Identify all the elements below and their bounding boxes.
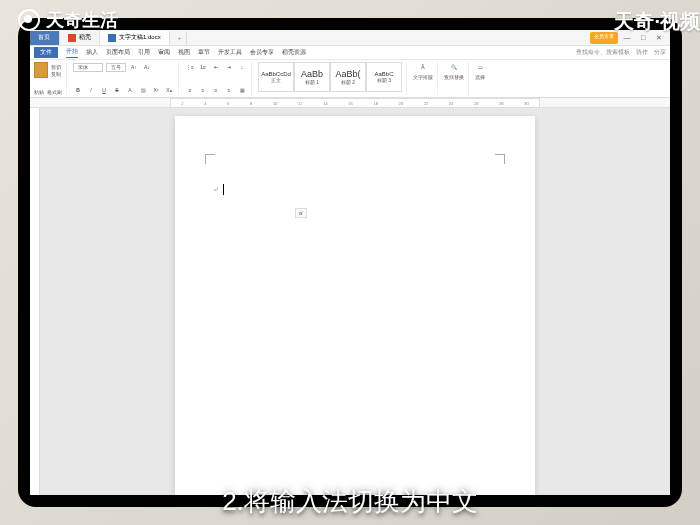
style-name: 标题 3 xyxy=(377,77,391,83)
doc-icon xyxy=(108,34,116,42)
indent-right-icon[interactable]: ⇥ xyxy=(224,62,234,72)
cut-button[interactable]: 剪切 xyxy=(51,64,61,70)
style-h1[interactable]: AaBb 标题 1 xyxy=(294,62,330,92)
menu-layout[interactable]: 页面布局 xyxy=(106,48,130,57)
menu-resource[interactable]: 稻壳资源 xyxy=(282,48,306,57)
paste-icon[interactable] xyxy=(34,62,48,78)
coop-button[interactable]: 协作 xyxy=(636,48,648,57)
share-button[interactable]: 分享 xyxy=(654,48,666,57)
strike-button[interactable]: S xyxy=(112,85,122,95)
text-layout-label: 文字排版 xyxy=(413,74,433,80)
align-justify-icon[interactable]: ≡ xyxy=(224,85,234,95)
menubar: 文件 开始 插入 页面布局 引用 审阅 视图 章节 开发工具 会员专享 稻壳资源… xyxy=(30,46,670,60)
text-layout-icon[interactable]: Ā xyxy=(418,62,428,72)
style-preview: AaBb( xyxy=(335,69,360,79)
menu-review[interactable]: 审阅 xyxy=(158,48,170,57)
underline-button[interactable]: U xyxy=(99,85,109,95)
number-list-icon[interactable]: 1≡ xyxy=(198,62,208,72)
text-cursor xyxy=(223,184,224,195)
ribbon-find: 🔍 查找替换 xyxy=(444,62,469,95)
ribbon-styles: AaBbCcDd 正文 AaBb 标题 1 AaBb( 标题 2 AaBbC 标… xyxy=(258,62,407,95)
italic-button[interactable]: I xyxy=(86,85,96,95)
menu-insert[interactable]: 插入 xyxy=(86,48,98,57)
align-left-icon[interactable]: ≡ xyxy=(185,85,195,95)
ribbon-editing: Ā 文字排版 xyxy=(413,62,438,95)
paste-label: 粘贴 xyxy=(34,89,44,95)
menu-section[interactable]: 章节 xyxy=(198,48,210,57)
ribbon-paragraph: ⋮≡ 1≡ ⇤ ⇥ ↕ ≡ ≡ ≡ ≡ ▦ xyxy=(185,62,252,95)
style-h2[interactable]: AaBb( 标题 2 xyxy=(330,62,366,92)
canvas-area[interactable]: ⤶ a' xyxy=(40,108,670,495)
indent-left-icon[interactable]: ⇤ xyxy=(211,62,221,72)
superscript-icon[interactable]: X² xyxy=(151,85,161,95)
ribbon-clipboard: 剪切 复制 粘贴 格式刷 xyxy=(34,62,67,95)
style-name: 标题 2 xyxy=(341,79,355,85)
workspace: ⤶ a' xyxy=(30,108,670,495)
tab-document[interactable]: 文字文稿1.docx xyxy=(100,31,170,45)
menubar-right: 查找命令、搜索模板 协作 分享 xyxy=(576,48,666,57)
daoker-icon xyxy=(68,34,76,42)
cursor-area[interactable]: ⤶ xyxy=(213,184,224,195)
style-name: 标题 1 xyxy=(305,79,319,85)
tab-add[interactable]: + xyxy=(170,31,187,45)
document-page[interactable]: ⤶ a' xyxy=(175,116,535,495)
font-size-select[interactable]: 五号 xyxy=(106,63,126,72)
watermark-top-right: 天奇·视频 xyxy=(614,8,700,35)
grow-font-icon[interactable]: A↑ xyxy=(129,62,139,72)
paragraph-mark-icon: ⤶ xyxy=(213,186,219,194)
watermark-text: 天奇生活 xyxy=(46,8,118,32)
copy-button[interactable]: 复制 xyxy=(51,71,61,77)
menu-devtools[interactable]: 开发工具 xyxy=(218,48,242,57)
logo-icon xyxy=(18,9,40,31)
video-subtitle: 2.将输入法切换为中文 xyxy=(222,484,478,519)
tab-label: 稻壳 xyxy=(79,33,91,42)
ribbon-select: ▭ 选择 xyxy=(475,62,489,95)
shrink-font-icon[interactable]: A↓ xyxy=(142,62,152,72)
menu-member[interactable]: 会员专享 xyxy=(250,48,274,57)
bullet-list-icon[interactable]: ⋮≡ xyxy=(185,62,195,72)
ribbon: 剪切 复制 粘贴 格式刷 宋体 五号 A↑ A↓ B I xyxy=(30,60,670,98)
screen: 首页 稻壳 文字文稿1.docx + 会员专享 — □ ✕ 文件 开始 插入 页… xyxy=(30,30,670,495)
align-right-icon[interactable]: ≡ xyxy=(211,85,221,95)
margin-corner-tl xyxy=(205,154,215,164)
select-icon[interactable]: ▭ xyxy=(475,62,485,72)
style-h3[interactable]: AaBbC 标题 3 xyxy=(366,62,402,92)
tab-daoker[interactable]: 稻壳 xyxy=(60,31,100,45)
menu-file[interactable]: 文件 xyxy=(34,47,58,58)
subscript-icon[interactable]: X₂ xyxy=(164,85,174,95)
menu-reference[interactable]: 引用 xyxy=(138,48,150,57)
font-color-icon[interactable]: A xyxy=(125,85,135,95)
titlebar: 首页 稻壳 文字文稿1.docx + 会员专享 — □ ✕ xyxy=(30,30,670,46)
menu-start[interactable]: 开始 xyxy=(66,47,78,58)
watermark-top-left: 天奇生活 xyxy=(18,8,118,32)
ime-candidate-box[interactable]: a' xyxy=(295,208,307,218)
tab-home[interactable]: 首页 xyxy=(30,31,60,45)
font-name-select[interactable]: 宋体 xyxy=(73,63,103,72)
search-icon[interactable]: 🔍 xyxy=(449,62,459,72)
format-painter[interactable]: 格式刷 xyxy=(47,89,62,95)
border-icon[interactable]: ▦ xyxy=(237,85,247,95)
bold-button[interactable]: B xyxy=(73,85,83,95)
margin-corner-tr xyxy=(495,154,505,164)
search-hint[interactable]: 查找命令、搜索模板 xyxy=(576,48,630,57)
style-preview: AaBb xyxy=(301,69,323,79)
tab-label: 文字文稿1.docx xyxy=(119,33,161,42)
align-center-icon[interactable]: ≡ xyxy=(198,85,208,95)
highlight-icon[interactable]: ▨ xyxy=(138,85,148,95)
style-normal[interactable]: AaBbCcDd 正文 xyxy=(258,62,294,92)
ruler-marks: 246 81012 141618 202224 262830 xyxy=(170,98,540,108)
ribbon-font: 宋体 五号 A↑ A↓ B I U S A ▨ X² X₂ xyxy=(73,62,179,95)
style-name: 正文 xyxy=(271,77,281,83)
find-label: 查找替换 xyxy=(444,74,464,80)
line-spacing-icon[interactable]: ↕ xyxy=(237,62,247,72)
monitor-frame: 首页 稻壳 文字文稿1.docx + 会员专享 — □ ✕ 文件 开始 插入 页… xyxy=(18,18,682,507)
menu-view[interactable]: 视图 xyxy=(178,48,190,57)
select-label: 选择 xyxy=(475,74,485,80)
ruler-vertical[interactable] xyxy=(30,108,40,495)
ruler-horizontal[interactable]: 246 81012 141618 202224 262830 xyxy=(30,98,670,108)
